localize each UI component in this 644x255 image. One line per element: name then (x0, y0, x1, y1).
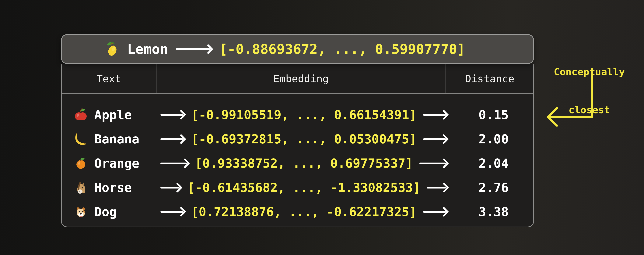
banana-icon (74, 132, 88, 146)
elbow-arrow-icon (539, 64, 600, 127)
right-arrow-icon (160, 111, 185, 118)
row-label: Horse (94, 180, 132, 195)
row-distance: 0.15 (454, 108, 533, 122)
dog-icon (74, 205, 88, 219)
row-distance: 2.00 (454, 132, 533, 146)
column-header-text: Text (62, 64, 156, 93)
row-label: Dog (94, 205, 117, 219)
text-cell: Apple (74, 108, 154, 122)
table-header-row: Text Embedding Distance (62, 64, 533, 94)
right-arrow-icon (427, 184, 448, 191)
column-header-distance: Distance (446, 64, 533, 93)
right-arrow-icon (160, 184, 181, 191)
right-arrow-icon (160, 208, 185, 215)
right-arrow-icon (176, 46, 212, 53)
row-label: Apple (94, 108, 132, 122)
column-header-embedding: Embedding (156, 64, 446, 93)
right-arrow-icon (420, 160, 448, 167)
apple-icon (74, 108, 88, 122)
query-vector: [-0.88693672, ..., 0.59907770] (219, 41, 465, 57)
row-label: Orange (94, 156, 139, 171)
right-arrow-icon (160, 135, 185, 143)
table-row-orange: Orange [0.93338752, ..., 0.69775337] 2.0… (62, 151, 533, 175)
text-cell: Dog (74, 205, 154, 219)
row-label: Banana (94, 132, 139, 146)
table-row-banana: Banana [-0.69372815, ..., 0.05300475] 2.… (62, 127, 533, 151)
table-row-horse: Horse [-0.61435682, ..., -1.33082533] 2.… (62, 175, 533, 200)
text-cell: Banana (74, 132, 154, 146)
row-distance: 2.04 (454, 156, 533, 171)
right-arrow-icon (423, 208, 448, 215)
row-vector: [-0.99105519, ..., 0.66154391] (191, 108, 416, 122)
horse-icon (74, 180, 88, 194)
row-distance: 2.76 (454, 180, 533, 195)
embedding-table: Text Embedding Distance Apple (61, 64, 534, 227)
embedding-diagram: Lemon [-0.88693672, ..., 0.59907770] Tex… (0, 0, 644, 255)
orange-icon (74, 156, 88, 170)
text-cell: Horse (74, 180, 154, 195)
query-label: Lemon (127, 41, 168, 57)
row-vector: [0.72138876, ..., -0.62217325] (191, 205, 416, 219)
row-distance: 3.38 (454, 205, 533, 219)
right-arrow-icon (423, 111, 448, 118)
table-row-apple: Apple [-0.99105519, ..., 0.66154391] 0.1… (62, 103, 533, 127)
table-body: Apple [-0.99105519, ..., 0.66154391] 0.1… (62, 94, 533, 226)
right-arrow-icon (423, 135, 448, 143)
query-bar: Lemon [-0.88693672, ..., 0.59907770] (61, 34, 534, 64)
text-cell: Orange (74, 156, 154, 171)
row-vector: [-0.61435682, ..., -1.33082533] (188, 180, 420, 195)
row-vector: [-0.69372815, ..., 0.05300475] (191, 132, 416, 146)
lemon-icon (104, 41, 120, 57)
right-arrow-icon (160, 160, 188, 167)
embedding-card: Lemon [-0.88693672, ..., 0.59907770] Tex… (61, 34, 534, 227)
row-vector: [0.93338752, ..., 0.69775337] (195, 156, 413, 171)
table-row-dog: Dog [0.72138876, ..., -0.62217325] 3.38 (62, 200, 533, 224)
